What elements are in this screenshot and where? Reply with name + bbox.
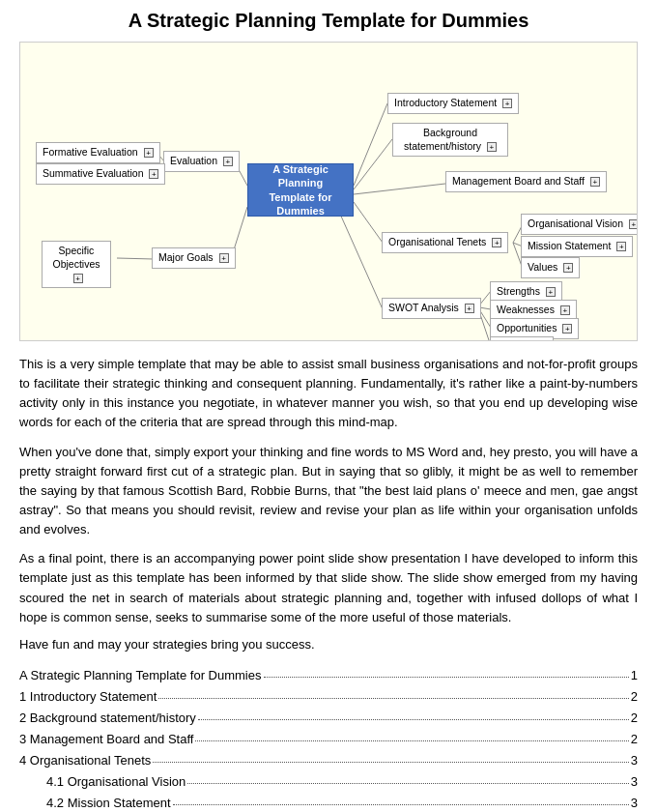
toc-label: 2 Background statement/history <box>19 708 196 729</box>
svg-line-4 <box>339 212 383 309</box>
mindmap-node-management: Management Board and Staff + <box>445 171 607 192</box>
mindmap-node-summative: Summative Evaluation + <box>36 163 165 185</box>
svg-line-9 <box>117 258 154 259</box>
toc-dots <box>264 665 629 678</box>
toc-item: 3 Management Board and Staff2 <box>19 729 638 750</box>
paragraph-1: This is a very simple template that may … <box>19 355 638 433</box>
toc-dots <box>158 686 628 699</box>
mindmap-node-major-goals: Major Goals + <box>152 247 236 269</box>
svg-line-3 <box>354 202 383 243</box>
toc-item: A Strategic Planning Template for Dummie… <box>19 665 638 686</box>
toc-page: 3 <box>631 771 638 793</box>
page-title: A Strategic Planning Template for Dummie… <box>19 10 638 32</box>
toc-page: 1 <box>631 665 638 686</box>
mindmap-diagram: A Strategic PlanningTemplate forDummies … <box>19 42 638 341</box>
mindmap-node-mission: Mission Statement + <box>521 236 633 257</box>
have-fun-text: Have fun and may your strategies bring y… <box>19 637 638 652</box>
toc-page: 2 <box>631 708 638 729</box>
toc-label: A Strategic Planning Template for Dummie… <box>19 665 262 686</box>
mindmap-center-node: A Strategic PlanningTemplate forDummies <box>247 163 354 217</box>
toc-page: 2 <box>631 729 638 750</box>
toc-label: 4.2 Mission Statement <box>46 793 171 812</box>
mindmap-node-formative: Formative Evaluation + <box>36 142 160 163</box>
mindmap-node-org-tenets: Organisational Tenets + <box>382 232 508 253</box>
toc-dots <box>187 771 628 784</box>
toc-dots <box>173 793 629 805</box>
toc-dots <box>195 729 628 741</box>
toc-item: 1 Introductory Statement2 <box>19 686 638 708</box>
mindmap-node-swot: SWOT Analysis + <box>382 298 481 319</box>
toc-page: 2 <box>631 686 638 708</box>
mindmap-node-threats: Threats + <box>490 336 554 341</box>
toc-item: 4.2 Mission Statement3 <box>19 793 638 812</box>
mindmap-node-org-vision: Organisational Vision + <box>521 214 638 235</box>
svg-line-1 <box>354 139 392 189</box>
mindmap-node-values: Values + <box>521 257 580 278</box>
toc-label: 4 Organisational Tenets <box>19 750 151 771</box>
toc-dots <box>153 750 628 763</box>
mindmap-node-evaluation: Evaluation + <box>163 151 240 172</box>
toc-page: 3 <box>631 750 638 771</box>
paragraph-3: As a final point, there is an accompanyi… <box>19 549 638 627</box>
toc-label: 4.1 Organisational Vision <box>46 771 186 793</box>
mindmap-node-specific-obj: SpecificObjectives + <box>42 241 111 288</box>
toc-label: 1 Introductory Statement <box>19 686 157 708</box>
svg-line-0 <box>354 103 387 186</box>
mindmap-node-intro: Introductory Statement + <box>387 93 519 114</box>
toc-dots <box>198 708 629 720</box>
table-of-contents: A Strategic Planning Template for Dummie… <box>19 665 638 812</box>
toc-item: 4.1 Organisational Vision3 <box>19 771 638 793</box>
toc-label: 3 Management Board and Staff <box>19 729 193 750</box>
mindmap-node-background: Backgroundstatement/history + <box>392 123 508 157</box>
toc-page: 3 <box>631 793 638 812</box>
paragraph-2: When you've done that, simply export you… <box>19 443 638 540</box>
toc-item: 4 Organisational Tenets3 <box>19 750 638 771</box>
svg-line-2 <box>354 184 445 194</box>
toc-item: 2 Background statement/history2 <box>19 708 638 729</box>
